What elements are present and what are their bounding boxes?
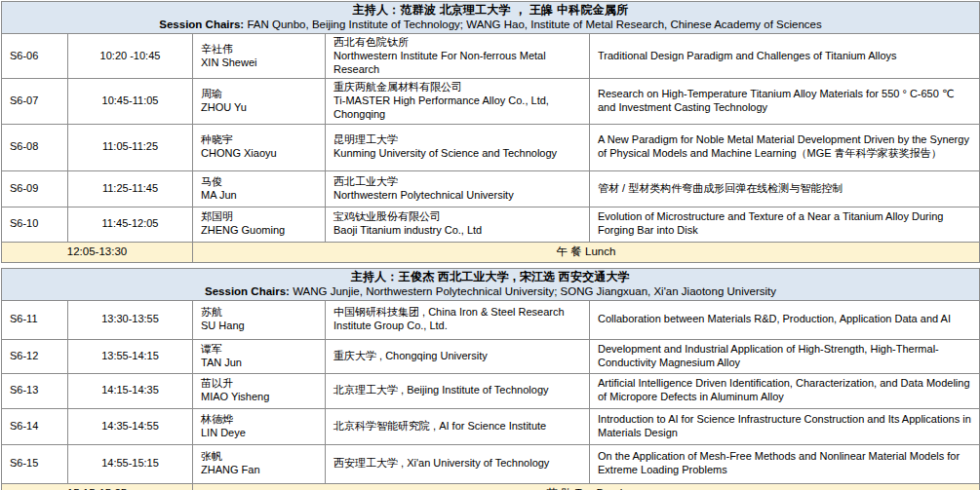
talk-title: Evolution of Microstructure and Texture … <box>590 207 980 242</box>
table-row: S6-10 11:45-12:05 郑国明 ZHENG Guoming 宝鸡钛业… <box>2 207 980 242</box>
talk-title: Artificial Intelligence Driven Identific… <box>590 373 980 408</box>
speaker-affiliation: 西北工业大学 Northwestern Polytechnical Univer… <box>326 170 590 207</box>
session-chairs-en: Session Chairs: FAN Qunbo, Beijing Insti… <box>6 18 975 31</box>
session-time: 10:45-11:05 <box>68 79 193 124</box>
table-row: S6-14 14:35-14:55 林德烨 LIN Deye 北京科学智能研究院… <box>2 408 980 444</box>
talk-title: Collaboration between Materials R&D, Pro… <box>590 300 980 339</box>
speaker-name: 辛社伟 XIN Shewei <box>193 34 326 79</box>
speaker-affiliation: 重庆大学 , Chongqing University <box>326 339 590 373</box>
chair-label-cn: 主持人： <box>351 270 399 283</box>
session-time: 14:15-14:35 <box>68 373 193 408</box>
chair-label-en: Session Chairs: <box>159 19 244 30</box>
session-id: S6-08 <box>2 124 68 170</box>
session-time: 13:55-14:15 <box>68 339 193 373</box>
chair-label-cn: 主持人： <box>353 3 401 17</box>
speaker-name: 谭军 TAN Jun <box>193 339 326 373</box>
program-page: 主持人：范群波 北京理工大学 ， 王皞 中科院金属所 Session Chair… <box>0 0 980 490</box>
session-id: S6-12 <box>2 339 68 373</box>
session-time: 11:45-12:05 <box>68 207 193 242</box>
speaker-affiliation: 西安理工大学 , Xi'an University of Technology <box>326 444 590 483</box>
speaker-affiliation: 西北有色院钛所 Northwestern Institute For Non-f… <box>326 34 590 79</box>
speaker-name: 林德烨 LIN Deye <box>193 408 326 444</box>
session-id: S6-07 <box>2 79 68 124</box>
session-chairs-row: 主持人：王俊杰 西北工业大学 , 宋江选 西安交通大学 Session Chai… <box>2 268 980 300</box>
talk-title: Research on High-Temperature Titanium Al… <box>590 79 980 124</box>
speaker-name: 郑国明 ZHENG Guoming <box>193 207 326 242</box>
speaker-affiliation: 昆明理工大学 Kunming University of Science and… <box>326 124 590 170</box>
break-label: 午 餐 Lunch <box>193 242 980 262</box>
break-label: 茶 歇 Tea Break <box>193 483 980 490</box>
break-time: 12:05-13:30 <box>2 242 193 262</box>
session-time: 10:20 -10:45 <box>68 34 193 79</box>
table-row: S6-15 14:55-15:15 张帆 ZHANG Fan 西安理工大学 , … <box>2 444 980 483</box>
talk-title: A New Paradigm for Noble Metal Material … <box>590 124 980 170</box>
session-table-afternoon: 主持人：王俊杰 西北工业大学 , 宋江选 西安交通大学 Session Chai… <box>1 268 980 490</box>
chair-names-en: FAN Qunbo, Beijing Institute of Technolo… <box>244 19 822 30</box>
session-chairs-cn: 主持人：王俊杰 西北工业大学 , 宋江选 西安交通大学 <box>6 270 975 284</box>
session-time: 11:05-11:25 <box>68 124 193 170</box>
talk-title: On the Application of Mesh-Free Methods … <box>590 444 980 483</box>
table-row: S6-07 10:45-11:05 周瑜 ZHOU Yu 重庆两航金属材料有限公… <box>2 79 980 124</box>
speaker-name: 苏航 SU Hang <box>193 300 326 339</box>
chair-names-cn: 王俊杰 西北工业大学 , 宋江选 西安交通大学 <box>399 270 630 283</box>
tea-break-row: 15:15-15:25 茶 歇 Tea Break <box>2 483 980 490</box>
speaker-affiliation: 北京科学智能研究院 , AI for Science Institute <box>326 408 590 444</box>
chair-label-en: Session Chairs: <box>205 285 290 297</box>
session-time: 14:55-15:15 <box>68 444 193 483</box>
speaker-name: 周瑜 ZHOU Yu <box>193 79 326 124</box>
talk-title: 管材 / 型材类构件弯曲成形回弹在线检测与智能控制 <box>590 170 980 207</box>
session-id: S6-14 <box>2 408 68 444</box>
session-id: S6-10 <box>2 207 68 242</box>
speaker-name: 马俊 MA Jun <box>193 170 326 207</box>
table-row: S6-11 13:30-13:55 苏航 SU Hang 中国钢研科技集团 , … <box>2 300 980 339</box>
speaker-affiliation: 重庆两航金属材料有限公司 Ti-MASTER High Performance … <box>326 79 590 124</box>
table-row: S6-13 14:15-14:35 苗以升 MIAO Yisheng 北京理工大… <box>2 373 980 408</box>
talk-title: Development and Industrial Application o… <box>590 339 980 373</box>
session-id: S6-06 <box>2 34 68 79</box>
session-chairs-cell: 主持人：范群波 北京理工大学 ， 王皞 中科院金属所 Session Chair… <box>2 2 980 34</box>
speaker-affiliation: 北京理工大学 , Beijing Institute of Technology <box>326 373 590 408</box>
session-time: 14:35-14:55 <box>68 408 193 444</box>
session-id: S6-15 <box>2 444 68 483</box>
break-time: 15:15-15:25 <box>2 483 193 490</box>
session-id: S6-09 <box>2 170 68 207</box>
lunch-break-row: 12:05-13:30 午 餐 Lunch <box>2 242 980 262</box>
session-chairs-en: Session Chairs: WANG Junjie, Northwester… <box>6 284 975 298</box>
session-time: 11:25-11:45 <box>68 170 193 207</box>
chair-names-en: WANG Junjie, Northwestern Polytechnical … <box>290 285 776 297</box>
session-chairs-cell: 主持人：王俊杰 西北工业大学 , 宋江选 西安交通大学 Session Chai… <box>2 268 980 300</box>
session-chairs-cn: 主持人：范群波 北京理工大学 ， 王皞 中科院金属所 <box>6 3 975 18</box>
speaker-name: 种晓宇 CHONG Xiaoyu <box>193 124 326 170</box>
table-row: S6-12 13:55-14:15 谭军 TAN Jun 重庆大学 , Chon… <box>2 339 980 373</box>
table-row: S6-08 11:05-11:25 种晓宇 CHONG Xiaoyu 昆明理工大… <box>2 124 980 170</box>
talk-title: Traditional Design Paradigm and Challeng… <box>590 34 980 79</box>
speaker-name: 苗以升 MIAO Yisheng <box>193 373 326 408</box>
session-id: S6-11 <box>2 300 68 339</box>
session-chairs-row: 主持人：范群波 北京理工大学 ， 王皞 中科院金属所 Session Chair… <box>2 2 980 34</box>
speaker-affiliation: 中国钢研科技集团 , China Iron & Steel Research I… <box>326 300 590 339</box>
session-table-morning: 主持人：范群波 北京理工大学 ， 王皞 中科院金属所 Session Chair… <box>1 1 980 263</box>
speaker-affiliation: 宝鸡钛业股份有限公司 Baoji Titanium industry Co., … <box>326 207 590 242</box>
chair-names-cn: 范群波 北京理工大学 ， 王皞 中科院金属所 <box>401 3 629 17</box>
table-row: S6-06 10:20 -10:45 辛社伟 XIN Shewei 西北有色院钛… <box>2 34 980 79</box>
speaker-name: 张帆 ZHANG Fan <box>193 444 326 483</box>
session-id: S6-13 <box>2 373 68 408</box>
table-row: S6-09 11:25-11:45 马俊 MA Jun 西北工业大学 North… <box>2 170 980 207</box>
talk-title: Introduction to AI for Science Infrastru… <box>590 408 980 444</box>
session-time: 13:30-13:55 <box>68 300 193 339</box>
